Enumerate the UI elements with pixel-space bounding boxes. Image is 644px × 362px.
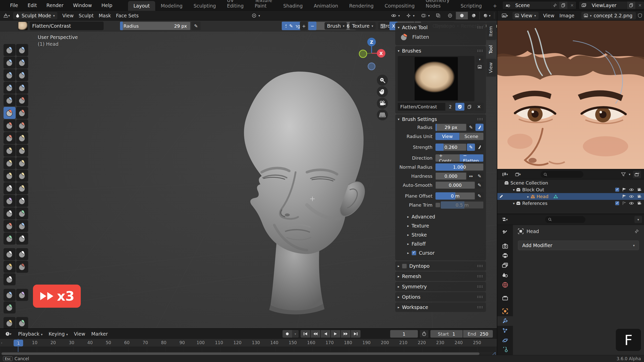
timeline-ruler[interactable]: › 1 102030405060708090100110120130140150… [0,339,497,347]
image-editor[interactable]: ▾ View▾ ViewImage ▾ concept 2.2.png [497,11,644,169]
panel-remesh[interactable]: ▸Remesh [395,272,486,281]
brush-datablock-name[interactable]: Flatten/Contrast [398,103,445,111]
properties-tab-view-layer[interactable] [497,261,513,270]
outliner-type-button[interactable]: ▾ [499,170,510,179]
current-frame-badge[interactable]: 1 [14,340,23,346]
shading-wireframe-button[interactable] [444,12,456,19]
play-reverse-button[interactable] [321,330,330,338]
hide-viewport-icon[interactable] [629,202,634,205]
bs-strength-unified-icon[interactable] [475,144,484,151]
xray-toggle[interactable] [434,11,443,20]
properties-search[interactable] [545,216,585,223]
panel-grip[interactable] [477,306,484,308]
frame-start-field[interactable]: Start1 [430,330,463,338]
brush-crease[interactable] [4,94,16,106]
properties-tab-render[interactable] [497,241,513,251]
outliner-item-label[interactable]: Scene Collection [510,180,548,186]
sculpt-head-mesh[interactable] [199,64,390,315]
brush-multires-displacement-eraser[interactable] [4,220,16,232]
filter-icon[interactable] [621,172,626,176]
panel-cursor[interactable]: ▸Cursor [406,248,484,257]
properties-tab-scene[interactable] [497,270,513,280]
brush-grab[interactable] [16,132,28,144]
brush-simplify[interactable] [16,195,28,207]
brush-mesh-filter[interactable] [4,289,16,301]
panel-falloff[interactable]: ▸Falloff [406,239,484,248]
new-scene-icon[interactable] [559,2,568,9]
hide-viewport-icon[interactable] [629,195,634,198]
properties-tab-physics[interactable] [497,336,513,345]
properties-tab-world[interactable] [497,280,513,290]
workspace-tab-[interactable]: + [487,1,502,11]
timeline-type-button[interactable]: ▾ [3,330,14,338]
brush-draw-face-sets[interactable] [16,207,28,219]
properties-editor[interactable]: ▾ ▾ Head Add Modifier ▾ F [497,214,644,355]
remove-viewlayer-icon[interactable]: ✕ [635,2,644,9]
brush-edit-face-set[interactable] [4,317,16,328]
disable-render-icon[interactable] [637,201,641,205]
plane-trim-checkbox[interactable] [435,203,440,207]
brush-clay-strips[interactable] [16,57,28,69]
brush-cloth-filter[interactable] [16,289,28,301]
bs-auto-smooth-pressure-icon[interactable]: ✎ [475,182,484,189]
bs-radius-slider[interactable]: 29 px [435,124,466,131]
brush-nudge[interactable] [4,170,16,182]
brush-boundary[interactable] [16,182,28,194]
outliner-search[interactable] [541,171,583,178]
properties-tab-tool[interactable] [497,228,513,238]
brush-box-mask[interactable] [4,248,16,260]
workspace-tab-uv-editing[interactable]: UV Editing [221,0,249,11]
brush-box-face-set[interactable] [4,261,16,273]
panel-options[interactable]: ▸Options [395,292,486,302]
viewport-menu-mask[interactable]: Mask [96,12,113,19]
camera-view-icon[interactable] [377,98,388,109]
panel-grip[interactable] [477,296,484,298]
brush-draw[interactable] [4,44,16,56]
brush-popover-dropdown[interactable]: Brush ▾ [325,22,347,30]
direction-flatten[interactable]: − Flatten [460,154,484,162]
bs-plane-offset-slider[interactable]: 0 m [435,192,475,200]
frame-end-field[interactable]: End250 [463,330,493,338]
collection-exclude-checkbox[interactable] [615,188,619,192]
timeline-track[interactable] [0,347,497,352]
bs-auto-smooth-slider[interactable]: 0.000 [435,182,475,189]
sidebar-tab-tool[interactable]: Tool [486,41,496,57]
workspace-tab-geometry-nodes[interactable]: Geometry Nodes [420,0,455,11]
properties-options-dropdown[interactable]: ▾ [634,216,642,223]
panel-advanced[interactable]: ▸Advanced [406,212,484,221]
shading-solid-button[interactable] [456,12,468,19]
brush-multiplane-scrape[interactable] [16,119,28,131]
panel-texture[interactable]: ▸Texture [406,221,484,230]
bs-strength-pressure-icon[interactable]: ✎ [467,144,475,151]
bs-normal-radius-slider[interactable]: 1.000 [435,163,484,171]
bs-radius-unified-icon[interactable] [475,124,484,131]
panel-grip[interactable] [477,26,484,29]
timeline-menu-view[interactable]: View [71,330,88,338]
workspace-tab-layout[interactable]: Layout [128,1,155,11]
brush-thumbnail[interactable] [18,22,28,30]
timeline-menu-playback[interactable]: Playback ▾ [16,330,45,338]
brush-color-filter[interactable] [4,301,16,313]
workspace-tab-scripting[interactable]: Scripting [455,1,488,11]
current-frame-field[interactable]: 1 [390,330,418,338]
viewlayer-icon[interactable] [579,2,589,9]
panel-grip[interactable] [477,265,484,267]
perspective-toggle-icon[interactable] [377,109,388,120]
menu-render[interactable]: Render [43,1,68,9]
panel-stroke[interactable]: ▸Stroke [406,230,484,239]
properties-tab-modifiers[interactable] [497,316,513,326]
pin-icon[interactable] [550,2,559,9]
properties-type-button[interactable]: ▾ [499,215,510,224]
gizmos-dropdown[interactable]: ▾ [404,12,417,19]
bs-radius-pressure-icon[interactable]: ✎ [467,124,475,131]
brush-image-icon[interactable] [476,64,484,70]
viewport-menu-sculpt[interactable]: Sculpt [76,12,96,19]
panel-grip[interactable] [477,285,484,288]
play-button[interactable] [331,330,340,338]
scene-icon[interactable] [503,2,513,9]
add-strength-button[interactable]: + [300,22,308,30]
texture-popover-dropdown[interactable]: Texture ▾ [349,22,376,30]
brush-smear[interactable] [16,233,28,245]
disable-render-icon[interactable] [637,195,641,198]
navigation-gizmo[interactable]: Z X [355,35,387,73]
